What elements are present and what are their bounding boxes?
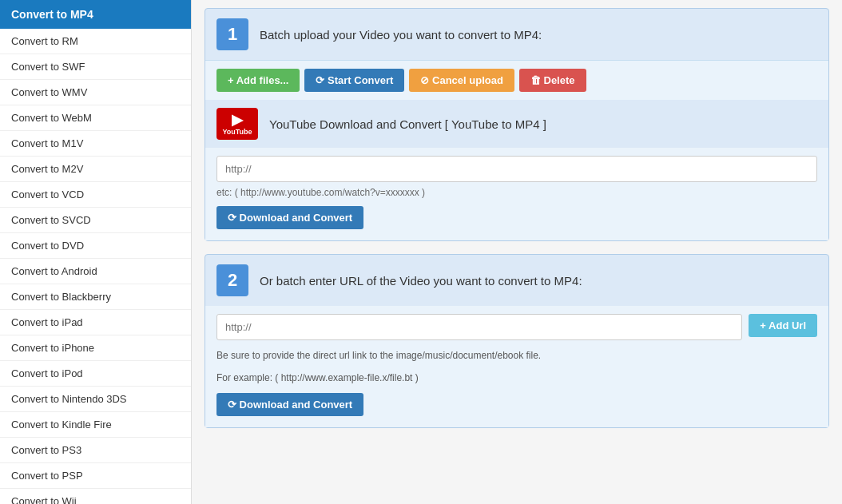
sidebar-item-3[interactable]: Convert to WebM xyxy=(0,105,191,131)
youtube-logo: ▶ YouTube xyxy=(216,108,258,140)
step1-number: 1 xyxy=(216,18,248,50)
youtube-play-icon: ▶ xyxy=(232,113,243,127)
sidebar-header[interactable]: Convert to MP4 xyxy=(0,0,191,29)
step2-url-area: + Add Url Be sure to provide the direct … xyxy=(205,306,828,427)
sidebar-item-14[interactable]: Convert to Nintendo 3DS xyxy=(0,387,191,412)
main-content: 1 Batch upload your Video you want to co… xyxy=(192,0,842,504)
step2-number: 2 xyxy=(216,264,248,296)
step2-desc-line2: For example: ( http://www.example-file.x… xyxy=(216,371,817,385)
youtube-download-button[interactable]: ⟳ Download and Convert xyxy=(216,206,363,229)
sidebar-item-18[interactable]: Convert to Wii xyxy=(0,489,191,504)
delete-button[interactable]: 🗑 Delete xyxy=(519,69,586,92)
add-url-button[interactable]: + Add Url xyxy=(749,314,817,337)
sidebar-item-7[interactable]: Convert to SVCD xyxy=(0,208,191,233)
youtube-header-row: ▶ YouTube YouTube Download and Convert [… xyxy=(205,100,828,148)
add-files-button[interactable]: + Add files... xyxy=(216,69,300,92)
youtube-url-hint: etc: ( http://www.youtube.com/watch?v=xx… xyxy=(216,187,817,198)
sidebar-item-15[interactable]: Convert to Kindle Fire xyxy=(0,412,191,438)
step2-box: 2 Or batch enter URL of the Video you wa… xyxy=(205,254,829,428)
step2-title: Or batch enter URL of the Video you want… xyxy=(260,274,582,288)
sidebar-item-17[interactable]: Convert to PSP xyxy=(0,463,191,489)
sidebar-item-11[interactable]: Convert to iPad xyxy=(0,310,191,335)
sidebar-item-6[interactable]: Convert to VCD xyxy=(0,182,191,208)
sidebar-item-0[interactable]: Convert to RM xyxy=(0,29,191,54)
sidebar-item-8[interactable]: Convert to DVD xyxy=(0,233,191,259)
step1-title: Batch upload your Video you want to conv… xyxy=(260,28,542,42)
youtube-url-area: etc: ( http://www.youtube.com/watch?v=xx… xyxy=(205,148,828,240)
sidebar-item-2[interactable]: Convert to WMV xyxy=(0,80,191,105)
batch-download-button[interactable]: ⟳ Download and Convert xyxy=(216,393,363,416)
step1-header: 1 Batch upload your Video you want to co… xyxy=(205,9,828,60)
start-convert-button[interactable]: ⟳ Start Convert xyxy=(304,69,404,92)
youtube-label: YouTube xyxy=(222,128,252,136)
step2-desc-line1: Be sure to provide the direct url link t… xyxy=(216,348,817,363)
sidebar-item-16[interactable]: Convert to PS3 xyxy=(0,438,191,463)
sidebar-item-13[interactable]: Convert to iPod xyxy=(0,361,191,387)
sidebar-item-1[interactable]: Convert to SWF xyxy=(0,54,191,80)
cancel-upload-button[interactable]: ⊘ Cancel upload xyxy=(409,69,514,92)
sidebar-item-4[interactable]: Convert to M1V xyxy=(0,131,191,157)
youtube-url-input[interactable] xyxy=(216,156,817,182)
batch-url-input[interactable] xyxy=(216,314,742,340)
step1-toolbar: + Add files... ⟳ Start Convert ⊘ Cancel … xyxy=(205,60,828,100)
sidebar-item-12[interactable]: Convert to iPhone xyxy=(0,335,191,361)
sidebar: Convert to MP4 Convert to RM Convert to … xyxy=(0,0,192,504)
step2-header: 2 Or batch enter URL of the Video you wa… xyxy=(205,255,828,306)
sidebar-item-10[interactable]: Convert to Blackberry xyxy=(0,284,191,310)
add-url-row: + Add Url xyxy=(216,314,817,340)
sidebar-item-9[interactable]: Convert to Android xyxy=(0,259,191,284)
sidebar-item-5[interactable]: Convert to M2V xyxy=(0,157,191,182)
sidebar-items: Convert to RM Convert to SWF Convert to … xyxy=(0,29,191,504)
youtube-title: YouTube Download and Convert [ YouTube t… xyxy=(269,117,546,131)
step1-box: 1 Batch upload your Video you want to co… xyxy=(205,8,829,241)
